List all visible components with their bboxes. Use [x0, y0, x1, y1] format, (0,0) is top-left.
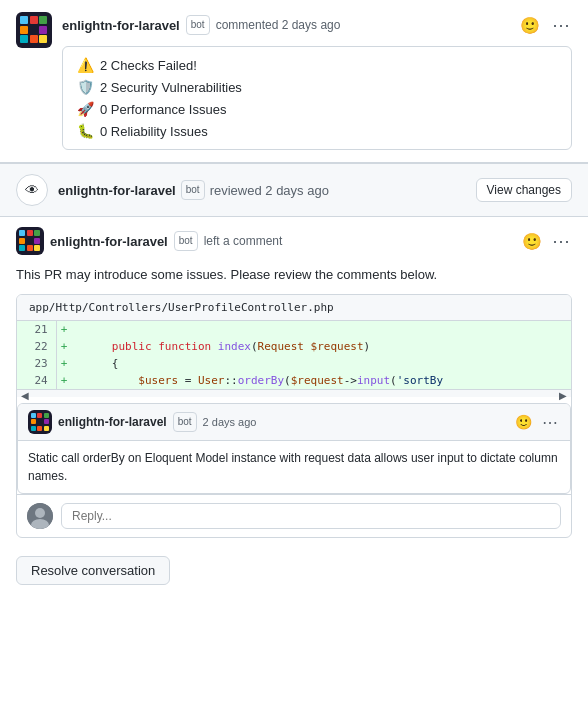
- diff-code: [77, 321, 570, 338]
- diff-marker: +: [56, 372, 77, 389]
- avatar-cell: [31, 426, 36, 431]
- inline-comment-body: Static call orderBy on Eloquent Model in…: [18, 441, 570, 493]
- checks-failed-text: 2 Checks Failed!: [100, 58, 197, 73]
- second-emoji-button[interactable]: 🙂: [520, 230, 544, 253]
- second-comment-header: enlightn-for-laravel bot left a comment …: [16, 217, 572, 263]
- diff-line-num: 22: [17, 338, 56, 355]
- svg-point-1: [35, 508, 45, 518]
- avatar-cell: [37, 426, 42, 431]
- second-comment-action: left a comment: [204, 234, 283, 248]
- diff-row: 21 +: [17, 321, 571, 338]
- avatar: [16, 12, 52, 48]
- diff-code: $users = User::orderBy($request->input('…: [77, 372, 570, 389]
- second-comment-body: This PR may introduce some issues. Pleas…: [16, 263, 572, 286]
- comment-main: enlightn-for-laravel bot commented 2 day…: [62, 12, 572, 150]
- avatar-cell: [39, 35, 47, 43]
- resolve-section: Resolve conversation: [16, 548, 572, 585]
- inline-more-options-button[interactable]: ⋯: [540, 411, 560, 434]
- resolve-conversation-button[interactable]: Resolve conversation: [16, 556, 170, 585]
- security-item: 🛡️ 2 Security Vulnerabilities: [77, 79, 557, 95]
- performance-text: 0 Performance Issues: [100, 102, 226, 117]
- more-options-button[interactable]: ⋯: [550, 12, 572, 38]
- comment-meta: commented 2 days ago: [216, 18, 512, 32]
- avatar-cell: [30, 26, 38, 34]
- code-diff-filename: app/Http/Controllers/UserProfileControll…: [17, 295, 571, 321]
- reliability-item: 🐛 0 Reliability Issues: [77, 123, 557, 139]
- avatar-cell: [44, 413, 49, 418]
- inline-sub-comment: enlightn-for-laravel bot 2 days ago 🙂 ⋯ …: [17, 403, 571, 494]
- diff-line-num: 21: [17, 321, 56, 338]
- avatar-cell: [27, 238, 33, 244]
- inline-commenter-username: enlightn-for-laravel: [58, 415, 167, 429]
- checks-failed-item: ⚠️ 2 Checks Failed!: [77, 57, 557, 73]
- avatar-grid-small: [19, 230, 41, 252]
- second-bot-badge: bot: [174, 231, 198, 251]
- reviewer-username: enlightn-for-laravel: [58, 183, 176, 198]
- reliability-icon: 🐛: [77, 123, 94, 139]
- avatar-cell: [27, 230, 33, 236]
- security-icon: 🛡️: [77, 79, 94, 95]
- inline-emoji-button[interactable]: 🙂: [513, 412, 534, 432]
- reviewer-bot-badge: bot: [181, 180, 205, 200]
- first-comment: enlightn-for-laravel bot commented 2 day…: [0, 0, 588, 163]
- review-eye-icon: 👁: [16, 174, 48, 206]
- review-meta: reviewed 2 days ago: [210, 183, 329, 198]
- reply-user-avatar: [27, 503, 53, 529]
- security-text: 2 Security Vulnerabilities: [100, 80, 242, 95]
- bot-badge: bot: [186, 15, 210, 35]
- diff-marker: +: [56, 355, 77, 372]
- avatar-cell: [44, 426, 49, 431]
- performance-item: 🚀 0 Performance Issues: [77, 101, 557, 117]
- diff-scroll-hint: ◀ ▶: [17, 389, 571, 397]
- avatar-cell: [37, 419, 42, 424]
- avatar-cell: [27, 245, 33, 251]
- review-text: enlightn-for-laravel bot reviewed 2 days…: [58, 180, 466, 200]
- avatar-image: [27, 503, 53, 529]
- review-block: 👁 enlightn-for-laravel bot reviewed 2 da…: [0, 163, 588, 217]
- inline-bot-badge: bot: [173, 412, 197, 432]
- avatar-cell: [37, 413, 42, 418]
- avatar-cell: [31, 419, 36, 424]
- inline-sub-avatar: [28, 410, 52, 434]
- view-changes-button[interactable]: View changes: [476, 178, 573, 202]
- avatar-cell: [20, 35, 28, 43]
- avatar-cell: [34, 230, 40, 236]
- emoji-button[interactable]: 🙂: [518, 14, 542, 37]
- avatar-cell: [19, 230, 25, 236]
- code-diff-container: app/Http/Controllers/UserProfileControll…: [16, 294, 572, 538]
- avatar-cell: [31, 413, 36, 418]
- second-more-options-button[interactable]: ⋯: [550, 228, 572, 254]
- avatar-cell: [39, 26, 47, 34]
- reply-input[interactable]: [61, 503, 561, 529]
- performance-icon: 🚀: [77, 101, 94, 117]
- inline-sub-header: enlightn-for-laravel bot 2 days ago 🙂 ⋯: [18, 404, 570, 441]
- second-commenter-avatar: [16, 227, 44, 255]
- diff-code: public function index(Request $request): [77, 338, 570, 355]
- diff-marker: +: [56, 338, 77, 355]
- avatar-grid: [20, 16, 48, 44]
- avatar-cell: [20, 16, 28, 24]
- commenter-username: enlightn-for-laravel: [62, 18, 180, 33]
- diff-scroll-area[interactable]: 21 + 22 + public function index(Request …: [17, 321, 571, 389]
- avatar-grid-tiny: [31, 413, 49, 431]
- diff-line-num: 23: [17, 355, 56, 372]
- diff-row: 22 + public function index(Request $requ…: [17, 338, 571, 355]
- avatar-cell: [44, 419, 49, 424]
- second-comment-section: enlightn-for-laravel bot left a comment …: [0, 217, 588, 601]
- avatar-cell: [34, 238, 40, 244]
- second-commenter-username: enlightn-for-laravel: [50, 234, 168, 249]
- avatar-cell: [19, 238, 25, 244]
- diff-row: 24 + $users = User::orderBy($request->in…: [17, 372, 571, 389]
- avatar-cell: [30, 35, 38, 43]
- diff-line-num: 24: [17, 372, 56, 389]
- diff-table: 21 + 22 + public function index(Request …: [17, 321, 571, 389]
- inline-comment-time: 2 days ago: [203, 416, 257, 428]
- diff-row: 23 + {: [17, 355, 571, 372]
- avatar-cell: [34, 245, 40, 251]
- comment-header: enlightn-for-laravel bot commented 2 day…: [62, 12, 572, 38]
- reply-area: [17, 494, 571, 537]
- avatar-cell: [39, 16, 47, 24]
- warning-icon: ⚠️: [77, 57, 94, 73]
- diff-marker: +: [56, 321, 77, 338]
- avatar-cell: [20, 26, 28, 34]
